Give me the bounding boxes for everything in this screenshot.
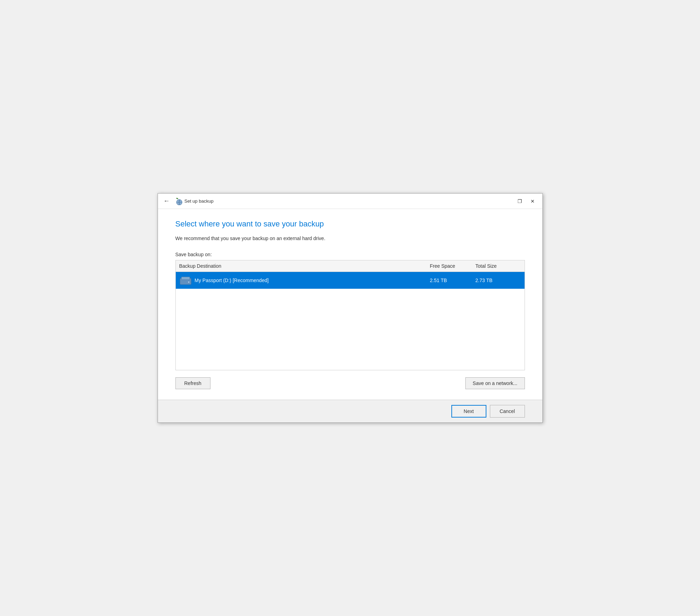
- row-destination: My Passport (D:) [Recommended]: [195, 278, 430, 283]
- title-bar: ← Set up backup: [158, 194, 542, 209]
- row-totalsize: 2.73 TB: [476, 278, 521, 283]
- back-button[interactable]: ←: [162, 196, 171, 206]
- col-header-freespace: Free Space: [430, 263, 476, 269]
- recommendation-text: We recommend that you save your backup o…: [175, 236, 525, 241]
- title-bar-icon: Set up backup: [175, 197, 214, 205]
- main-content: Select where you want to save your backu…: [158, 209, 542, 400]
- next-button[interactable]: Next: [451, 405, 486, 418]
- window-title: Set up backup: [185, 198, 214, 204]
- save-backup-label: Save backup on:: [175, 252, 525, 257]
- row-freespace: 2.51 TB: [430, 278, 476, 283]
- action-buttons-row: Refresh Save on a network...: [175, 377, 525, 389]
- restore-button[interactable]: ❐: [514, 196, 526, 206]
- table-header: Backup Destination Free Space Total Size: [176, 260, 525, 272]
- col-header-destination: Backup Destination: [179, 263, 430, 269]
- drive-icon: [179, 275, 192, 285]
- close-icon: ✕: [531, 198, 535, 204]
- destinations-table: Backup Destination Free Space Total Size…: [175, 260, 525, 370]
- save-on-network-button[interactable]: Save on a network...: [465, 377, 525, 389]
- bottom-bar: Next Cancel: [158, 400, 542, 422]
- svg-rect-5: [181, 277, 190, 280]
- svg-point-7: [188, 281, 189, 283]
- refresh-button[interactable]: Refresh: [175, 377, 210, 389]
- page-heading: Select where you want to save your backu…: [175, 219, 525, 229]
- table-row[interactable]: My Passport (D:) [Recommended] 2.51 TB 2…: [176, 272, 525, 289]
- back-icon: ←: [164, 197, 170, 205]
- title-bar-controls: ❐ ✕: [514, 196, 538, 206]
- cancel-button[interactable]: Cancel: [490, 405, 525, 418]
- backup-app-icon: [175, 197, 182, 205]
- restore-icon: ❐: [518, 198, 522, 204]
- title-bar-left: ← Set up backup: [162, 196, 214, 206]
- setup-backup-window: ← Set up backup: [158, 193, 543, 423]
- close-button[interactable]: ✕: [527, 196, 538, 206]
- col-header-totalsize: Total Size: [476, 263, 521, 269]
- table-body: My Passport (D:) [Recommended] 2.51 TB 2…: [176, 272, 525, 370]
